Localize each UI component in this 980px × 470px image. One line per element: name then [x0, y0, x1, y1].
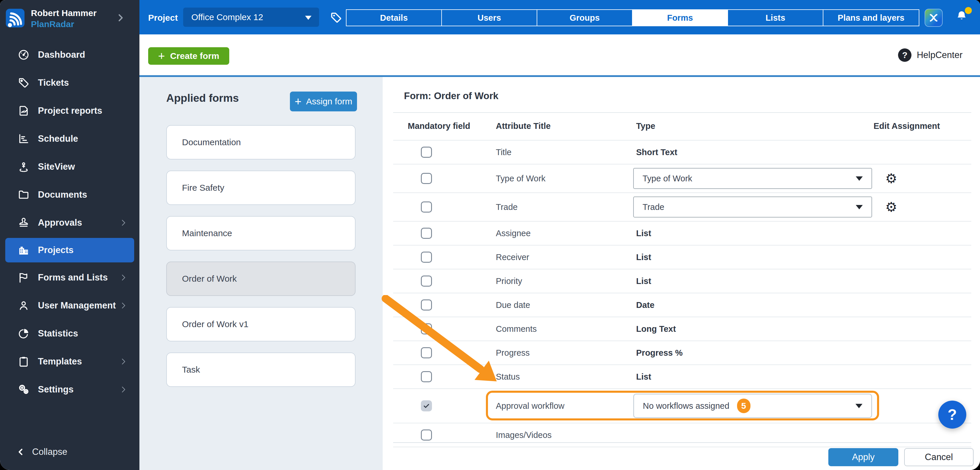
user-name: Robert Hammer	[31, 8, 97, 18]
sidebar-item-label: Forms and Lists	[38, 272, 108, 283]
gear-icon[interactable]: ⚙	[873, 171, 897, 186]
form-card-label: Fire Safety	[182, 183, 224, 193]
helpcenter-button[interactable]: ? HelpCenter	[898, 48, 963, 62]
form-title: Form: Order of Work	[404, 91, 498, 102]
project-label: Project	[148, 13, 178, 23]
schedule-icon	[18, 133, 30, 145]
sidebar-item-forms-and-lists[interactable]: Forms and Lists	[0, 264, 139, 292]
sidebar-item-templates[interactable]: Templates	[0, 348, 139, 376]
tab-label: Lists	[766, 13, 786, 23]
attribute-type: List	[633, 229, 651, 238]
col-type: Type	[633, 121, 873, 131]
tab-plans-and-layers[interactable]: Plans and layers	[823, 10, 919, 25]
form-card-order-of-work-v1[interactable]: Order of Work v1	[166, 307, 356, 341]
sidebar-item-settings[interactable]: Settings	[0, 376, 139, 403]
account-header[interactable]: Robert Hammer PlanRadar	[0, 0, 139, 38]
mandatory-checkbox[interactable]	[421, 173, 432, 184]
siteview-icon	[18, 160, 30, 173]
tab-lists[interactable]: Lists	[728, 10, 823, 25]
tag-icon[interactable]	[329, 11, 342, 24]
sidebar-item-documents[interactable]: Documents	[0, 181, 139, 209]
sidebar-item-statistics[interactable]: Statistics	[0, 319, 139, 348]
trade-dropdown[interactable]: Trade	[633, 197, 872, 218]
sidebar-item-label: Dashboard	[38, 49, 85, 60]
create-form-label: Create form	[170, 51, 219, 61]
sidebar-item-label: Templates	[38, 356, 82, 367]
attributes-table: Mandatory field Attribute Title Type Edi…	[393, 112, 971, 447]
project-select[interactable]: Office Complex 12	[183, 8, 319, 27]
project-select-value: Office Complex 12	[191, 12, 263, 22]
assign-form-button[interactable]: + Assign form	[290, 92, 357, 111]
mandatory-checkbox[interactable]	[421, 371, 432, 382]
cancel-button[interactable]: Cancel	[904, 448, 974, 466]
tab-details[interactable]: Details	[347, 10, 442, 25]
table-header: Mandatory field Attribute Title Type Edi…	[393, 112, 971, 141]
attribute-title: Status	[496, 372, 520, 381]
col-edit-assignment: Edit Assignment	[873, 121, 971, 131]
form-card-label: Documentation	[182, 137, 241, 147]
type-of-work-dropdown[interactable]: Type of Work	[633, 168, 872, 189]
sidebar-item-tickets[interactable]: Tickets	[0, 69, 139, 97]
attribute-title: Assignee	[496, 229, 531, 238]
mandatory-checkbox[interactable]	[421, 323, 432, 334]
user-icon	[18, 299, 30, 312]
account-chevron-right-icon[interactable]	[116, 13, 126, 23]
sidebar-collapse-button[interactable]: Collapse	[16, 447, 67, 457]
floating-help-button[interactable]: ?	[938, 401, 966, 429]
sidebar-item-schedule[interactable]: Schedule	[0, 125, 139, 153]
apply-button[interactable]: Apply	[828, 448, 898, 466]
form-card-label: Maintenance	[182, 228, 232, 238]
form-card-label: Task	[182, 365, 200, 375]
tab-forms[interactable]: Forms	[633, 10, 728, 25]
ticket-icon	[18, 77, 30, 89]
form-card-order-of-work[interactable]: Order of Work	[166, 262, 356, 296]
tab-groups[interactable]: Groups	[537, 10, 633, 25]
app-switcher-icon[interactable]	[924, 9, 943, 27]
attribute-type	[633, 430, 636, 440]
mandatory-checkbox[interactable]	[421, 400, 432, 411]
approval-workflow-dropdown[interactable]: No workflows assigned5	[633, 394, 872, 418]
col-attribute-title: Attribute Title	[496, 121, 633, 131]
sidebar-item-label: Tickets	[38, 78, 69, 88]
chevron-down-icon	[856, 404, 862, 408]
table-row-status: StatusList	[393, 365, 971, 389]
chevron-left-icon	[16, 448, 25, 456]
create-form-button[interactable]: + Create form	[148, 47, 229, 65]
mandatory-checkbox[interactable]	[421, 252, 432, 263]
form-card-maintenance[interactable]: Maintenance	[166, 216, 356, 251]
app-window: Robert Hammer PlanRadar DashboardTickets…	[0, 0, 980, 470]
clipboard-icon	[18, 356, 30, 368]
mandatory-checkbox[interactable]	[421, 429, 432, 441]
mandatory-checkbox[interactable]	[421, 276, 432, 287]
tab-users[interactable]: Users	[442, 10, 537, 25]
mandatory-checkbox[interactable]	[421, 299, 432, 311]
helpcenter-label: HelpCenter	[917, 50, 963, 60]
mandatory-checkbox[interactable]	[421, 228, 432, 239]
table-row-images-videos: Images/Videos	[393, 423, 971, 447]
mandatory-checkbox[interactable]	[421, 347, 432, 358]
sidebar: Robert Hammer PlanRadar DashboardTickets…	[0, 0, 139, 470]
notification-badge	[965, 7, 972, 14]
form-card-documentation[interactable]: Documentation	[166, 125, 356, 159]
sidebar-item-projects[interactable]: Projects	[5, 238, 134, 262]
mandatory-checkbox[interactable]	[421, 202, 432, 213]
sidebar-item-siteview[interactable]: SiteView	[0, 153, 139, 181]
form-card-task[interactable]: Task	[166, 352, 356, 387]
collapse-label: Collapse	[32, 447, 67, 457]
dropdown-value: No workflows assigned	[643, 401, 729, 411]
sidebar-item-approvals[interactable]: Approvals	[0, 209, 139, 237]
sidebar-item-project-reports[interactable]: Project reports	[0, 97, 139, 125]
sidebar-item-label: Documents	[38, 189, 87, 200]
sidebar-item-label: Projects	[38, 245, 73, 256]
project-tabs: DetailsUsersGroupsFormsListsPlans and la…	[346, 10, 920, 26]
form-card-fire-safety[interactable]: Fire Safety	[166, 171, 356, 205]
mandatory-checkbox[interactable]	[421, 147, 432, 158]
table-row-title: TitleShort Text	[393, 141, 971, 164]
gear-icon[interactable]: ⚙	[873, 199, 897, 215]
attribute-title: Title	[496, 148, 512, 157]
sidebar-item-user-management[interactable]: User Management	[0, 292, 139, 319]
attribute-title: Trade	[496, 202, 518, 212]
tab-label: Details	[380, 13, 408, 23]
sidebar-item-label: Project reports	[38, 106, 102, 116]
sidebar-item-dashboard[interactable]: Dashboard	[0, 41, 139, 69]
